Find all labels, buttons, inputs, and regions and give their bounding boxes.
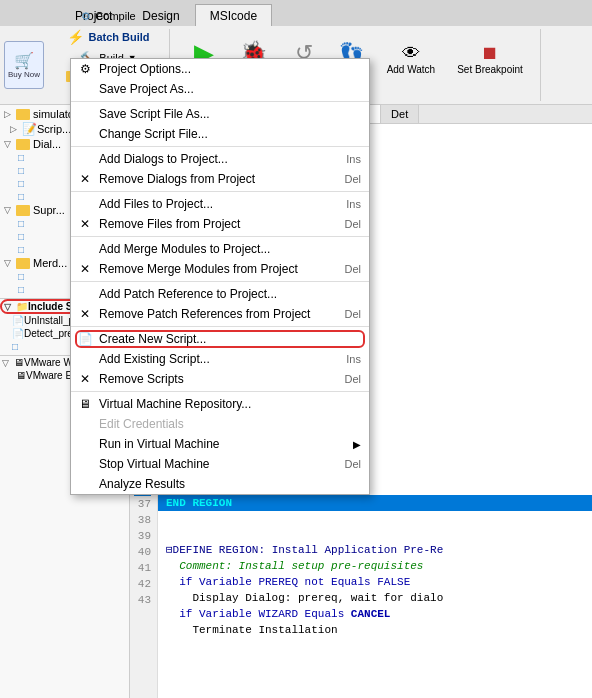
menu-item-remove-merge[interactable]: ✕ Remove Merge Modules from Project Del [71, 259, 369, 279]
vmware-icon: 🖥 [14, 357, 24, 368]
supr-item-icon: □ [18, 218, 24, 229]
sep7 [71, 391, 369, 392]
buy-now-button[interactable]: 🛒 Buy Now [4, 41, 44, 89]
menu-item-remove-files[interactable]: ✕ Remove Files from Project Del [71, 214, 369, 234]
add-patch-icon [77, 286, 93, 302]
tab-msicode[interactable]: MSIcode [195, 4, 272, 26]
run-vm-arrow: ▶ [353, 439, 361, 450]
folder-icon-merd [16, 258, 30, 269]
tree-arrow: ▽ [4, 139, 16, 149]
script-icon: 📄 [12, 328, 24, 339]
tree-arrow: ▽ [4, 205, 16, 215]
menu-item-create-new-script[interactable]: 📄 Create New Script... [71, 329, 369, 349]
add-watch-icon: 👁 [402, 43, 420, 64]
menu-item-remove-scripts[interactable]: ✕ Remove Scripts Del [71, 369, 369, 389]
menu-item-remove-patch[interactable]: ✕ Remove Patch References from Project D… [71, 304, 369, 324]
menu-item-add-dialogs[interactable]: Add Dialogs to Project... Ins [71, 149, 369, 169]
analyze-results-icon [77, 476, 93, 492]
add-files-shortcut: Ins [326, 198, 361, 210]
remove-dialogs-icon: ✕ [77, 171, 93, 187]
stop-vm-shortcut: Del [324, 458, 361, 470]
tree-arrow: ▽ [4, 302, 16, 312]
remove-files-icon: ✕ [77, 216, 93, 232]
menu-item-vm-repository[interactable]: 🖥 Virtual Machine Repository... [71, 394, 369, 414]
tree-arrow: ▽ [4, 258, 16, 268]
sep2 [71, 146, 369, 147]
dial-item-icon: □ [18, 152, 24, 163]
add-files-icon [77, 196, 93, 212]
folder-icon-dial [16, 139, 30, 150]
tree-label-dial: Dial... [33, 138, 61, 150]
remove-files-shortcut: Del [324, 218, 361, 230]
batch-build-icon: ⚡ [67, 29, 84, 45]
remove-patch-shortcut: Del [324, 308, 361, 320]
sep6 [71, 326, 369, 327]
batch-build-button[interactable]: ⚡ Batch Build [60, 26, 156, 48]
add-existing-script-icon [77, 351, 93, 367]
add-existing-script-shortcut: Ins [326, 353, 361, 365]
menu-item-save-script-as[interactable]: Save Script File As... [71, 104, 369, 124]
create-new-script-icon: 📄 [77, 331, 93, 347]
tree-arrow: ▷ [4, 109, 16, 119]
tree-arrow: ▽ [2, 358, 14, 368]
include-scripts-icon: 📁 [16, 301, 28, 312]
supr-item-icon: □ [18, 231, 24, 242]
menu-item-run-vm[interactable]: Run in Virtual Machine ▶ [71, 434, 369, 454]
script-icon: 📄 [12, 315, 24, 326]
tree-label-script: Scrip... [37, 123, 71, 135]
vm-repository-icon: 🖥 [77, 396, 93, 412]
remove-dialogs-shortcut: Del [324, 173, 361, 185]
menu-item-project-options[interactable]: ⚙ Project Options... [71, 59, 369, 79]
menu-item-add-merge[interactable]: Add Merge Modules to Project... [71, 239, 369, 259]
project-options-icon: ⚙ [77, 61, 93, 77]
menu-item-add-patch[interactable]: Add Patch Reference to Project... [71, 284, 369, 304]
dial-item-icon: □ [18, 178, 24, 189]
remove-merge-shortcut: Del [324, 263, 361, 275]
dial-item-icon: □ [18, 165, 24, 176]
sep5 [71, 281, 369, 282]
save-script-icon [77, 106, 93, 122]
context-menu: ⚙ Project Options... Save Project As... … [70, 58, 370, 495]
menu-item-edit-credentials: Edit Credentials [71, 414, 369, 434]
folder-icon [16, 109, 30, 120]
run-vm-icon [77, 436, 93, 452]
dial-item-icon: □ [18, 191, 24, 202]
menu-item-save-project-as[interactable]: Save Project As... [71, 79, 369, 99]
add-dialogs-icon [77, 151, 93, 167]
menu-item-analyze-results[interactable]: Analyze Results [71, 474, 369, 494]
add-watch-button[interactable]: 👁 Add Watch [378, 27, 445, 91]
selected-line: END REGION [158, 495, 592, 511]
esxi-icon: 🖥 [16, 370, 26, 381]
script-icon: 📝 [22, 122, 37, 136]
compile-button[interactable]: Compile [74, 7, 142, 26]
menu-item-remove-dialogs[interactable]: ✕ Remove Dialogs from Project Del [71, 169, 369, 189]
set-breakpoint-icon: ⏹ [481, 43, 499, 64]
save-project-icon [77, 81, 93, 97]
code-tab-det[interactable]: Det [381, 105, 419, 123]
cancel-keyword: CANCEL [351, 608, 391, 620]
sep1 [71, 101, 369, 102]
tree-label-supr: Supr... [33, 204, 65, 216]
menu-item-stop-vm[interactable]: Stop Virtual Machine Del [71, 454, 369, 474]
change-script-icon [77, 126, 93, 142]
menu-item-add-files[interactable]: Add Files to Project... Ins [71, 194, 369, 214]
remove-patch-icon: ✕ [77, 306, 93, 322]
remove-scripts-icon: ✕ [77, 371, 93, 387]
item-icon: □ [12, 341, 18, 352]
add-merge-icon [77, 241, 93, 257]
remove-scripts-shortcut: Del [324, 373, 361, 385]
supr-item-icon: □ [18, 244, 24, 255]
menu-item-change-script[interactable]: Change Script File... [71, 124, 369, 144]
folder-icon-supr [16, 205, 30, 216]
merd-item-icon: □ [18, 271, 24, 282]
remove-merge-icon: ✕ [77, 261, 93, 277]
menu-item-add-existing-script[interactable]: Add Existing Script... Ins [71, 349, 369, 369]
tree-label-merd: Merd... [33, 257, 67, 269]
set-breakpoint-button[interactable]: ⏹ Set Breakpoint [448, 27, 532, 91]
tree-arrow: ▷ [10, 124, 22, 134]
edit-credentials-icon [77, 416, 93, 432]
merd-item-icon: □ [18, 284, 24, 295]
stop-vm-icon [77, 456, 93, 472]
add-dialogs-shortcut: Ins [326, 153, 361, 165]
compile-icon [81, 10, 91, 23]
